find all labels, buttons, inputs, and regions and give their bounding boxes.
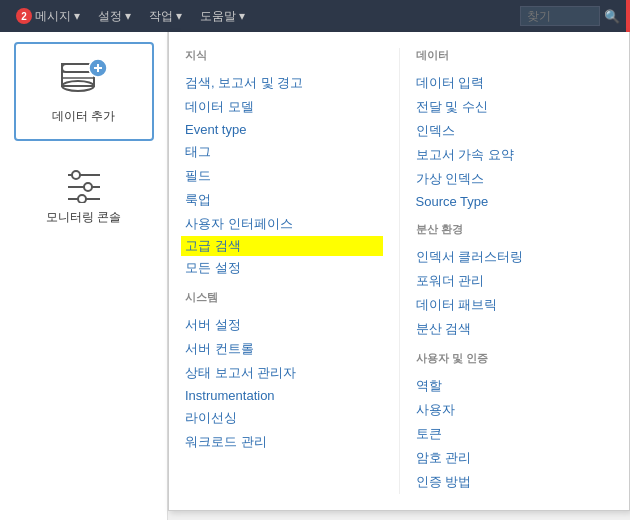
menu-item-users[interactable]: 사용자 bbox=[416, 398, 614, 422]
menu-item-virtual-index[interactable]: 가상 인덱스 bbox=[416, 167, 614, 191]
menu-item-distributed-search[interactable]: 분산 검색 bbox=[416, 317, 614, 341]
right-accent bbox=[626, 0, 630, 32]
menu-item-roles[interactable]: 역할 bbox=[416, 374, 614, 398]
menu-left-column: 지식 검색, 보고서 및 경고 데이터 모델 Event type 태그 필드 … bbox=[169, 48, 399, 494]
menu-item-forwarder[interactable]: 포워더 관리 bbox=[416, 269, 614, 293]
search-icon[interactable]: 🔍 bbox=[604, 9, 620, 24]
menu-item-user-interface[interactable]: 사용자 인터페이스 bbox=[185, 212, 383, 236]
settings-label: 설정 bbox=[98, 8, 122, 25]
menu-item-tokens[interactable]: 토큰 bbox=[416, 422, 614, 446]
topbar: 2 메시지 ▾ 설정 ▾ 작업 ▾ 도움말 ▾ 🔍 bbox=[0, 0, 630, 32]
help-chevron-icon: ▾ bbox=[239, 9, 245, 23]
tasks-button[interactable]: 작업 ▾ bbox=[143, 6, 188, 27]
menu-item-workload[interactable]: 워크로드 관리 bbox=[185, 430, 383, 454]
sidebar: 데이터 추가 모니터링 콘솔 bbox=[0, 32, 168, 520]
menu-item-data-input[interactable]: 데이터 입력 bbox=[416, 71, 614, 95]
menu-item-source-type[interactable]: Source Type bbox=[416, 191, 614, 212]
menu-item-data-fabric[interactable]: 데이터 패브릭 bbox=[416, 293, 614, 317]
messages-label: 메시지 bbox=[35, 8, 71, 25]
messages-chevron-icon: ▾ bbox=[74, 9, 80, 23]
tasks-label: 작업 bbox=[149, 8, 173, 25]
menu-item-index[interactable]: 인덱스 bbox=[416, 119, 614, 143]
menu-item-forwarding[interactable]: 전달 및 수신 bbox=[416, 95, 614, 119]
section-title-data: 데이터 bbox=[416, 48, 614, 63]
settings-chevron-icon: ▾ bbox=[125, 9, 131, 23]
messages-button[interactable]: 2 메시지 ▾ bbox=[10, 6, 86, 27]
menu-item-server-settings[interactable]: 서버 설정 bbox=[185, 313, 383, 337]
menu-item-indexer-cluster[interactable]: 인덱서 클러스터링 bbox=[416, 245, 614, 269]
menu-item-all-settings[interactable]: 모든 설정 bbox=[185, 256, 383, 280]
sidebar-item-monitoring[interactable]: 모니터링 콘솔 bbox=[14, 151, 154, 242]
menu-item-status-report[interactable]: 상태 보고서 관리자 bbox=[185, 361, 383, 385]
section-title-users-auth: 사용자 및 인증 bbox=[416, 351, 614, 366]
menu-item-licensing[interactable]: 라이선싱 bbox=[185, 406, 383, 430]
svg-point-9 bbox=[72, 171, 80, 179]
monitoring-icon bbox=[62, 167, 106, 203]
menu-item-data-model[interactable]: 데이터 모델 bbox=[185, 95, 383, 119]
menu-item-instrumentation[interactable]: Instrumentation bbox=[185, 385, 383, 406]
help-label: 도움말 bbox=[200, 8, 236, 25]
monitoring-label: 모니터링 콘솔 bbox=[46, 209, 121, 226]
search-area: 🔍 bbox=[520, 6, 620, 26]
database-add-icon bbox=[58, 58, 110, 102]
menu-item-tags[interactable]: 태그 bbox=[185, 140, 383, 164]
menu-item-advanced-search[interactable]: 고급 검색 bbox=[181, 236, 383, 256]
menu-item-lookup[interactable]: 룩업 bbox=[185, 188, 383, 212]
settings-button[interactable]: 설정 ▾ bbox=[92, 6, 137, 27]
menu-item-report-accel[interactable]: 보고서 가속 요약 bbox=[416, 143, 614, 167]
help-button[interactable]: 도움말 ▾ bbox=[194, 6, 251, 27]
menu-item-server-control[interactable]: 서버 컨트롤 bbox=[185, 337, 383, 361]
tasks-chevron-icon: ▾ bbox=[176, 9, 182, 23]
svg-point-11 bbox=[84, 183, 92, 191]
section-title-system: 시스템 bbox=[185, 290, 383, 305]
message-badge: 2 bbox=[16, 8, 32, 24]
section-title-distributed: 분산 환경 bbox=[416, 222, 614, 237]
menu-item-auth-method[interactable]: 인증 방법 bbox=[416, 470, 614, 494]
menu-right-column: 데이터 데이터 입력 전달 및 수신 인덱스 보고서 가속 요약 가상 인덱스 … bbox=[399, 48, 630, 494]
add-data-label: 데이터 추가 bbox=[52, 108, 115, 125]
menu-item-password-mgmt[interactable]: 암호 관리 bbox=[416, 446, 614, 470]
menu-item-event-type[interactable]: Event type bbox=[185, 119, 383, 140]
search-input[interactable] bbox=[520, 6, 600, 26]
menu-item-fields[interactable]: 필드 bbox=[185, 164, 383, 188]
menu-item-search-reports[interactable]: 검색, 보고서 및 경고 bbox=[185, 71, 383, 95]
section-title-knowledge: 지식 bbox=[185, 48, 383, 63]
svg-point-13 bbox=[78, 195, 86, 203]
dropdown-panel: 지식 검색, 보고서 및 경고 데이터 모델 Event type 태그 필드 … bbox=[168, 32, 630, 511]
sidebar-item-add-data[interactable]: 데이터 추가 bbox=[14, 42, 154, 141]
